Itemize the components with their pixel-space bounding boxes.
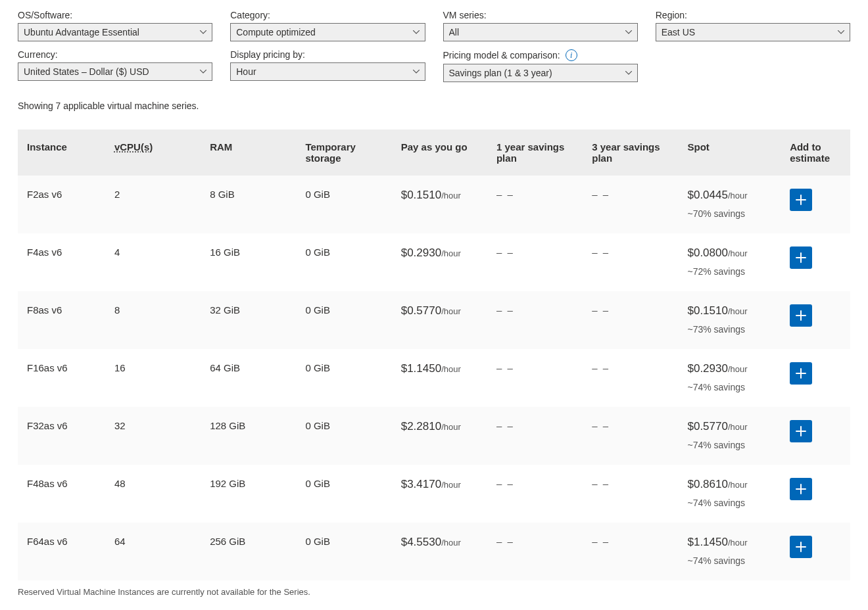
filter-bar: OS/Software: Ubuntu Advantage Essential … bbox=[0, 0, 868, 95]
cell-payg: $0.1510/hour bbox=[393, 176, 489, 233]
cell-1yr: – – bbox=[489, 349, 584, 407]
th-spot: Spot bbox=[679, 129, 782, 176]
cell-1yr: – – bbox=[489, 176, 584, 233]
cell-spot: $0.8610/hour~74% savings bbox=[679, 465, 782, 523]
cell-temp: 0 GiB bbox=[297, 407, 393, 465]
cell-instance: F16as v6 bbox=[18, 349, 107, 407]
cell-add bbox=[782, 349, 850, 407]
cell-ram: 32 GiB bbox=[202, 291, 297, 349]
cell-instance: F48as v6 bbox=[18, 465, 107, 523]
info-icon[interactable]: i bbox=[566, 49, 577, 61]
cell-add bbox=[782, 176, 850, 233]
cell-spot: $0.0445/hour~70% savings bbox=[679, 176, 782, 233]
cell-temp: 0 GiB bbox=[297, 233, 393, 291]
filter-os: OS/Software: Ubuntu Advantage Essential bbox=[18, 10, 212, 41]
cell-vcpu: 2 bbox=[107, 176, 202, 233]
filter-region: Region: East US bbox=[656, 10, 850, 41]
cell-payg: $4.5530/hour bbox=[393, 523, 489, 580]
cell-3yr: – – bbox=[584, 233, 679, 291]
table-row: F2as v628 GiB0 GiB$0.1510/hour– –– –$0.0… bbox=[18, 176, 850, 233]
filter-currency-label: Currency: bbox=[18, 49, 212, 60]
filter-currency-select[interactable]: United States – Dollar ($) USD bbox=[18, 62, 212, 81]
cell-ram: 192 GiB bbox=[202, 465, 297, 523]
cell-temp: 0 GiB bbox=[297, 291, 393, 349]
cell-spot: $0.0800/hour~72% savings bbox=[679, 233, 782, 291]
cell-vcpu: 16 bbox=[107, 349, 202, 407]
filter-region-select[interactable]: East US bbox=[656, 23, 850, 41]
cell-instance: F4as v6 bbox=[18, 233, 107, 291]
plus-icon bbox=[796, 484, 806, 494]
cell-payg: $0.2930/hour bbox=[393, 233, 489, 291]
cell-vcpu: 48 bbox=[107, 465, 202, 523]
cell-payg: $1.1450/hour bbox=[393, 349, 489, 407]
th-3yr-savings: 3 year savings plan bbox=[584, 129, 679, 176]
cell-1yr: – – bbox=[489, 465, 584, 523]
plus-icon bbox=[796, 195, 806, 205]
th-vcpu[interactable]: vCPU(s) bbox=[107, 129, 202, 176]
table-row: F48as v648192 GiB0 GiB$3.4170/hour– –– –… bbox=[18, 465, 850, 523]
cell-payg: $2.2810/hour bbox=[393, 407, 489, 465]
footnote: Reserved Virtual Machine Instances are c… bbox=[0, 580, 868, 610]
cell-vcpu: 32 bbox=[107, 407, 202, 465]
cell-spot: $0.5770/hour~74% savings bbox=[679, 407, 782, 465]
savings-text: ~74% savings bbox=[687, 382, 774, 392]
filter-currency: Currency: United States – Dollar ($) USD bbox=[18, 49, 212, 82]
savings-text: ~74% savings bbox=[687, 498, 774, 508]
cell-add bbox=[782, 291, 850, 349]
cell-ram: 256 GiB bbox=[202, 523, 297, 580]
cell-vcpu: 64 bbox=[107, 523, 202, 580]
cell-instance: F8as v6 bbox=[18, 291, 107, 349]
table-row: F32as v632128 GiB0 GiB$2.2810/hour– –– –… bbox=[18, 407, 850, 465]
filter-os-select[interactable]: Ubuntu Advantage Essential bbox=[18, 23, 212, 41]
filter-category: Category: Compute optimized bbox=[230, 10, 425, 41]
cell-temp: 0 GiB bbox=[297, 523, 393, 580]
plus-icon bbox=[796, 252, 806, 263]
add-to-estimate-button[interactable] bbox=[790, 536, 812, 558]
add-to-estimate-button[interactable] bbox=[790, 304, 812, 327]
filter-os-label: OS/Software: bbox=[18, 10, 212, 20]
add-to-estimate-button[interactable] bbox=[790, 246, 812, 269]
cell-vcpu: 8 bbox=[107, 291, 202, 349]
cell-temp: 0 GiB bbox=[297, 176, 393, 233]
filter-vmseries-select[interactable]: All bbox=[443, 23, 638, 41]
pricing-table: Instance vCPU(s) RAM Temporary storage P… bbox=[18, 129, 850, 580]
savings-text: ~70% savings bbox=[687, 208, 774, 219]
add-to-estimate-button[interactable] bbox=[790, 478, 812, 500]
th-add: Add to estimate bbox=[782, 129, 850, 176]
th-1yr-savings: 1 year savings plan bbox=[489, 129, 584, 176]
cell-1yr: – – bbox=[489, 233, 584, 291]
savings-text: ~74% savings bbox=[687, 440, 774, 450]
plus-icon bbox=[796, 368, 806, 379]
filter-displayby-label: Display pricing by: bbox=[230, 49, 425, 60]
filter-pricingmodel: Pricing model & comparison: i Savings pl… bbox=[443, 49, 638, 82]
cell-3yr: – – bbox=[584, 407, 679, 465]
cell-3yr: – – bbox=[584, 523, 679, 580]
cell-ram: 16 GiB bbox=[202, 233, 297, 291]
cell-1yr: – – bbox=[489, 407, 584, 465]
cell-spot: $1.1450/hour~74% savings bbox=[679, 523, 782, 580]
cell-1yr: – – bbox=[489, 523, 584, 580]
table-row: F8as v6832 GiB0 GiB$0.5770/hour– –– –$0.… bbox=[18, 291, 850, 349]
filter-displayby-select[interactable]: Hour bbox=[230, 62, 425, 81]
cell-3yr: – – bbox=[584, 349, 679, 407]
cell-add bbox=[782, 465, 850, 523]
add-to-estimate-button[interactable] bbox=[790, 362, 812, 385]
filter-pricingmodel-label-text: Pricing model & comparison: bbox=[443, 50, 560, 60]
th-temp-storage: Temporary storage bbox=[297, 129, 393, 176]
add-to-estimate-button[interactable] bbox=[790, 189, 812, 211]
cell-payg: $0.5770/hour bbox=[393, 291, 489, 349]
filter-category-label: Category: bbox=[230, 10, 425, 20]
plus-icon bbox=[796, 426, 806, 436]
filter-category-select[interactable]: Compute optimized bbox=[230, 23, 425, 41]
filter-pricingmodel-select[interactable]: Savings plan (1 & 3 year) bbox=[443, 64, 638, 82]
cell-1yr: – – bbox=[489, 291, 584, 349]
cell-3yr: – – bbox=[584, 291, 679, 349]
filter-vmseries: VM series: All bbox=[443, 10, 638, 41]
cell-add bbox=[782, 523, 850, 580]
filter-pricingmodel-label: Pricing model & comparison: i bbox=[443, 49, 638, 61]
th-ram: RAM bbox=[202, 129, 297, 176]
plus-icon bbox=[796, 310, 806, 321]
results-count: Showing 7 applicable virtual machine ser… bbox=[0, 95, 868, 129]
cell-spot: $0.2930/hour~74% savings bbox=[679, 349, 782, 407]
add-to-estimate-button[interactable] bbox=[790, 420, 812, 442]
